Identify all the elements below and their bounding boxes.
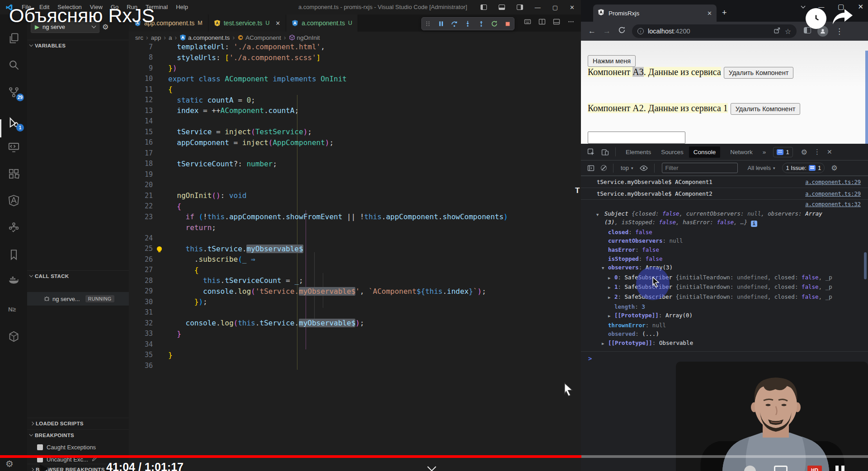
devtools-close-icon[interactable]: ✕	[827, 148, 832, 155]
forward-icon[interactable]: →	[603, 27, 611, 36]
new-tab-icon[interactable]: +	[722, 8, 727, 18]
console-property-row[interactable]: closed: false	[581, 228, 868, 237]
share-video-icon[interactable]	[831, 7, 854, 29]
more-tabs-icon[interactable]: »	[763, 149, 766, 155]
source-link[interactable]: a.component.ts:29	[805, 179, 861, 185]
hd-quality-badge[interactable]: HD	[807, 466, 822, 471]
expand-toggle-icon[interactable]: ▶	[602, 339, 608, 349]
log-levels-selector[interactable]: All levels▾	[748, 165, 775, 171]
console-sidebar-icon[interactable]	[587, 165, 594, 172]
theater-mode-icon[interactable]	[835, 466, 844, 471]
close-icon[interactable]: ✕	[570, 4, 575, 11]
console-property-row[interactable]: ▼observers: Array(3)	[581, 263, 868, 273]
minimize-icon[interactable]: —	[535, 4, 541, 11]
source-control-icon[interactable]: 29	[6, 84, 21, 99]
call-stack-section-header[interactable]: CALL STACK	[27, 270, 129, 281]
console-filter-input[interactable]	[662, 163, 738, 173]
layout-icon[interactable]	[553, 18, 560, 25]
context-selector[interactable]: top▾	[621, 165, 633, 171]
grip-icon[interactable]	[425, 21, 431, 27]
tab-test.service.ts[interactable]: test.service.tsU✕	[208, 14, 287, 32]
site-info-icon[interactable]: i	[637, 28, 644, 34]
console-messages-badge[interactable]: 1	[773, 147, 793, 157]
breakpoints-section-header[interactable]: BREAKPOINTS	[27, 429, 129, 440]
breakpoint-item[interactable]: Caught Exceptions	[27, 441, 129, 453]
menu-item-help[interactable]: Help	[172, 2, 192, 12]
expand-toggle-icon[interactable]: ▶	[608, 293, 614, 302]
bookmarks-icon[interactable]	[6, 247, 21, 262]
inspect-element-icon[interactable]	[587, 148, 595, 156]
testing-icon[interactable]	[6, 220, 21, 235]
step-over-icon[interactable]	[451, 20, 458, 28]
expand-toggle-icon[interactable]: ▶	[608, 312, 614, 321]
restart-icon[interactable]	[491, 20, 498, 27]
page-text-input[interactable]	[588, 132, 685, 144]
tab-close-icon[interactable]: ✕	[275, 20, 280, 27]
code-editor[interactable]: 7 templateUrl: './a.component.html',8 st…	[129, 42, 581, 471]
devtools-tab-network[interactable]: Network	[730, 149, 753, 155]
video-play-icon[interactable]: ▶	[40, 461, 49, 471]
remote-explorer-icon[interactable]	[6, 139, 21, 155]
stop-icon[interactable]	[505, 21, 511, 27]
screencast-icon[interactable]	[524, 18, 531, 25]
checkbox[interactable]	[37, 444, 43, 450]
toggle-secondary-sidebar-icon[interactable]	[517, 5, 523, 10]
device-toolbar-icon[interactable]	[601, 148, 609, 156]
extensions-icon[interactable]	[6, 166, 21, 181]
watch-later-icon[interactable]	[806, 8, 826, 29]
console-property-row[interactable]: hasError: false	[581, 245, 868, 254]
pause-icon[interactable]	[438, 20, 444, 27]
breadcrumb-item-a.component.ts[interactable]: a.component.ts	[179, 34, 230, 41]
delete-component-button[interactable]: Удалить Компонент	[724, 67, 794, 79]
split-editor-icon[interactable]	[538, 18, 546, 25]
loaded-scripts-section-header[interactable]: LOADED SCRIPTS	[27, 418, 129, 429]
devtools-menu-icon[interactable]: ⋮	[814, 148, 821, 156]
console-settings-gear-icon[interactable]: ⚙	[831, 164, 837, 172]
tab-close-icon[interactable]: ✕	[707, 10, 712, 17]
console-property-row[interactable]: ▶[[Prototype]]: Array(0)	[581, 311, 868, 321]
lightbulb-icon[interactable]	[157, 246, 162, 251]
console-property-row[interactable]: observed: (...)	[581, 330, 868, 339]
search-icon[interactable]	[6, 57, 21, 72]
devtools-settings-gear-icon[interactable]: ⚙	[801, 148, 807, 156]
console-property-row[interactable]: ▶[[Prototype]]: Observable	[581, 339, 868, 349]
toggle-panel-icon[interactable]	[499, 5, 505, 10]
source-link[interactable]: a.component.ts:29	[805, 191, 861, 197]
clear-console-icon[interactable]	[601, 165, 607, 171]
docker-icon[interactable]	[6, 272, 21, 287]
console-property-row[interactable]: isStopped: false	[581, 254, 868, 264]
breadcrumb-item-AComponent[interactable]: AComponent	[237, 34, 281, 41]
breadcrumb-item-app[interactable]: app	[151, 34, 161, 41]
angular-icon[interactable]	[6, 193, 21, 208]
url-bar[interactable]: i localhost:4200 ☆	[632, 24, 797, 38]
bookmark-star-icon[interactable]: ☆	[785, 27, 791, 36]
delete-component-button[interactable]: Удалить Компонент	[731, 103, 801, 115]
page-scrollbar[interactable]	[865, 51, 868, 144]
breadcrumb-item-a[interactable]: a	[169, 34, 172, 41]
console-object-preview[interactable]: ▼Subject {closed: false, currentObserver…	[581, 209, 868, 228]
close-icon[interactable]: ✕	[858, 3, 863, 11]
issues-badge[interactable]: 1 Issue:1	[782, 163, 825, 173]
call-stack-item[interactable]: ng serve... RUNNING	[27, 292, 129, 306]
click-me-button[interactable]: Нажми меня	[588, 55, 636, 67]
source-link[interactable]: a.component.ts:32	[805, 201, 861, 207]
console-property-row[interactable]: currentObservers: null	[581, 236, 868, 245]
devtools-tab-sources[interactable]: Sources	[661, 149, 684, 155]
expand-toggle-icon[interactable]: ▼	[602, 264, 608, 273]
breadcrumb-item-src[interactable]: src	[135, 34, 143, 41]
reload-icon[interactable]	[618, 26, 626, 36]
breadcrumb-item-ngOnInit[interactable]: ngOnInit	[289, 34, 320, 41]
devtools-tab-elements[interactable]: Elements	[626, 149, 651, 155]
variables-section-header[interactable]: VARIABLES	[27, 40, 129, 51]
maximize-icon[interactable]: ▢	[552, 4, 558, 11]
devtools-tab-console[interactable]: Console	[689, 146, 721, 158]
expand-toggle-icon[interactable]: ▼	[596, 211, 599, 219]
toggle-sidebar-icon[interactable]	[481, 5, 487, 10]
console-property-row[interactable]: ▶1: SafeSubscriber {initialTeardown: und…	[581, 283, 868, 292]
side-panel-icon[interactable]	[804, 27, 811, 36]
console-property-row[interactable]: length: 3	[581, 302, 868, 311]
console-property-row[interactable]: ▶2: SafeSubscriber {initialTeardown: und…	[581, 292, 868, 302]
browser-tab[interactable]: PromisRxjs ✕	[593, 5, 717, 22]
chevron-down-icon[interactable]	[801, 4, 806, 8]
live-expression-eye-icon[interactable]	[640, 165, 648, 171]
